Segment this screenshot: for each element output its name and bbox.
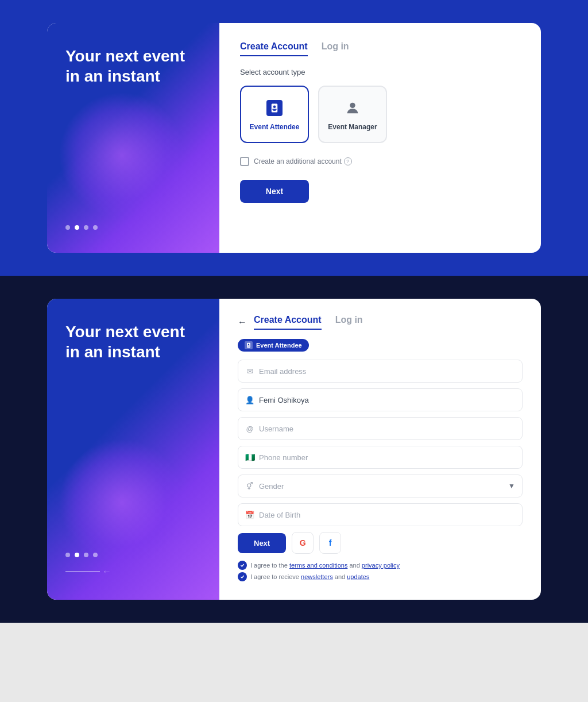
username-input[interactable] <box>259 425 515 433</box>
dot-1[interactable] <box>65 225 70 230</box>
badge-pill-icon <box>245 341 253 349</box>
terms-conditions-link[interactable]: terms and conditions <box>289 562 348 569</box>
bottom-dot-4[interactable] <box>93 553 98 557</box>
name-input[interactable] <box>259 396 515 404</box>
email-icon: ✉ <box>245 367 254 376</box>
updates-link[interactable]: updates <box>347 573 369 580</box>
phone-flag-icon: 🇳🇬 <box>245 453 254 462</box>
dob-icon: 📅 <box>245 510 254 519</box>
facebook-signin-button[interactable]: f <box>319 532 341 554</box>
next-button-form[interactable]: Next <box>238 533 286 553</box>
phone-field[interactable]: 🇳🇬 <box>238 446 523 469</box>
privacy-policy-link[interactable]: privacy policy <box>362 562 400 569</box>
bottom-dot-2[interactable] <box>75 553 79 557</box>
gender-placeholder: Gender <box>259 482 504 491</box>
svg-rect-7 <box>247 346 250 346</box>
form-actions: Next G f <box>238 532 523 554</box>
form-tab-login[interactable]: Log in <box>335 315 363 330</box>
terms-check-2 <box>238 572 247 581</box>
person-svg <box>345 100 361 116</box>
bottom-dot-1[interactable] <box>65 553 70 557</box>
account-type-selector: Event Attendee Event Manager <box>240 86 520 143</box>
bottom-dot-3[interactable] <box>84 553 88 557</box>
additional-account-row: Create an additional account ? <box>240 157 520 166</box>
newsletters-link[interactable]: newsletters <box>301 573 333 580</box>
username-icon: @ <box>245 424 254 433</box>
attendee-icon <box>264 98 285 118</box>
bottom-left-panel: Your next event in an instant ← <box>47 299 219 600</box>
svg-point-4 <box>350 103 355 108</box>
form-tabs: Create Account Log in <box>254 315 363 330</box>
form-header: ← Create Account Log in <box>238 315 523 330</box>
account-type-attendee[interactable]: Event Attendee <box>240 86 309 143</box>
next-button-top[interactable]: Next <box>240 180 309 203</box>
badge-svg <box>269 103 280 113</box>
account-type-label: Select account type <box>240 68 520 76</box>
bottom-section: Your next event in an instant ← <box>0 276 588 623</box>
name-icon: 👤 <box>245 395 254 404</box>
email-input[interactable] <box>259 367 515 376</box>
dot-3[interactable] <box>84 225 88 230</box>
bottom-carousel-dots <box>65 553 201 557</box>
gender-icon: ⚥ <box>245 481 254 491</box>
attendee-label: Event Attendee <box>250 123 300 131</box>
back-arrow-button[interactable]: ← <box>238 317 247 327</box>
gender-select[interactable]: ⚥ Gender ▼ <box>238 475 523 497</box>
top-section: Your next event in an instant Create Acc… <box>0 0 588 276</box>
dot-4[interactable] <box>93 225 98 230</box>
account-type-manager[interactable]: Event Manager <box>318 86 387 143</box>
svg-rect-3 <box>273 110 276 111</box>
top-tabs: Create Account Log in <box>240 41 520 56</box>
manager-label: Event Manager <box>328 123 377 131</box>
form-tab-create[interactable]: Create Account <box>254 315 322 330</box>
google-signin-button[interactable]: G <box>292 532 314 554</box>
name-field[interactable]: 👤 <box>238 388 523 411</box>
email-field[interactable]: ✉ <box>238 360 523 383</box>
top-hero-title: Your next event in an instant <box>65 46 201 86</box>
dob-input[interactable] <box>259 511 515 519</box>
username-field[interactable]: @ <box>238 417 523 440</box>
check-icon-1 <box>240 563 245 568</box>
terms-row-2: I agree to recieve newsletters and updat… <box>238 572 523 581</box>
top-right-panel: Create Account Log in Select account typ… <box>219 23 541 253</box>
svg-point-6 <box>248 344 250 346</box>
bottom-card: Your next event in an instant ← <box>47 299 541 600</box>
top-carousel-dots <box>65 225 201 230</box>
bottom-right-panel: ← Create Account Log in Event Attendee <box>219 299 541 600</box>
top-card: Your next event in an instant Create Acc… <box>47 23 541 253</box>
terms-row-1: I agree to the terms and conditions and … <box>238 561 523 570</box>
dot-2[interactable] <box>75 225 79 230</box>
dob-field[interactable]: 📅 <box>238 503 523 526</box>
terms-text-2: I agree to recieve newsletters and updat… <box>250 573 369 580</box>
additional-account-checkbox[interactable] <box>240 157 249 166</box>
badge-pill-svg <box>246 342 252 348</box>
help-icon[interactable]: ? <box>344 157 352 165</box>
svg-rect-2 <box>272 109 277 110</box>
phone-input[interactable] <box>259 453 515 462</box>
bottom-back-arrow-left: ← <box>65 566 201 577</box>
tab-create-account[interactable]: Create Account <box>240 41 308 56</box>
bottom-hero-title: Your next event in an instant <box>65 322 201 362</box>
terms-text-1: I agree to the terms and conditions and … <box>250 562 400 569</box>
tab-login[interactable]: Log in <box>322 41 349 56</box>
top-left-panel: Your next event in an instant <box>47 23 219 253</box>
check-icon-2 <box>240 574 245 579</box>
svg-point-1 <box>273 106 276 109</box>
gender-chevron-icon: ▼ <box>508 482 515 490</box>
terms-check-1 <box>238 561 247 570</box>
manager-icon <box>342 98 363 118</box>
additional-account-label: Create an additional account ? <box>254 157 352 165</box>
attendee-badge: Event Attendee <box>238 339 309 352</box>
